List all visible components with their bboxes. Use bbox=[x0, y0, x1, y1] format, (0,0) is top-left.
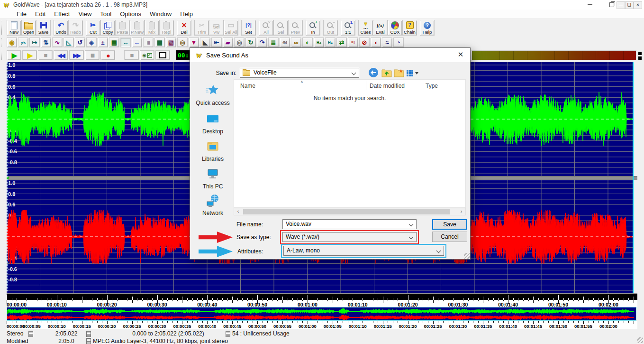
effect-button-offset[interactable]: ↦ bbox=[29, 37, 40, 47]
effect-button-dial-alert[interactable]: ◎! bbox=[280, 37, 290, 47]
menu-item-file[interactable]: File bbox=[12, 9, 31, 19]
toolbar-button-in[interactable]: +In bbox=[306, 20, 320, 36]
window-resize-grip[interactable] bbox=[637, 337, 643, 343]
toolbar-button-help[interactable]: ?Help bbox=[420, 20, 435, 36]
menu-item-options[interactable]: Options bbox=[116, 9, 145, 19]
effect-button-infinity[interactable]: ∞ bbox=[291, 37, 301, 47]
status-menu-icon[interactable] bbox=[28, 331, 33, 337]
dialog-close-icon[interactable]: ✕ bbox=[451, 48, 470, 62]
scroll-left-icon[interactable]: ‹ bbox=[234, 208, 242, 215]
status-menu-icon[interactable] bbox=[86, 338, 91, 344]
effect-button-dial[interactable]: ◎ bbox=[234, 37, 245, 47]
toolbar-button-out[interactable]: −Out bbox=[323, 20, 338, 36]
transport-fast-forward-button[interactable]: ▶▶ bbox=[69, 50, 84, 60]
effect-button-noise[interactable]: ≈ bbox=[382, 37, 392, 47]
save-in-combobox[interactable]: VoiceFile bbox=[240, 68, 359, 78]
sidebar-item-libraries[interactable]: Libraries bbox=[192, 140, 234, 162]
toolbar-button-paste[interactable]: Paste bbox=[115, 20, 130, 36]
transport-record-button[interactable]: ● bbox=[100, 50, 115, 60]
effect-button-hz-play[interactable]: Hz bbox=[314, 37, 324, 47]
transport-rewind-button[interactable]: ◀◀ bbox=[54, 50, 68, 60]
toolbar-button-repl[interactable]: Repl bbox=[159, 20, 174, 36]
sidebar-item-desktop[interactable]: Desktop bbox=[192, 112, 234, 135]
effect-button-pan[interactable]: ◐ bbox=[302, 37, 313, 47]
views-menu-button[interactable] bbox=[406, 69, 419, 79]
effect-button-corner[interactable]: ◣ bbox=[200, 37, 210, 47]
effect-button-swap[interactable]: ⇄ bbox=[336, 37, 347, 47]
toolbar-button-redo[interactable]: ↷Redo bbox=[68, 20, 83, 36]
toolbar-button-p-new[interactable]: P.New bbox=[130, 20, 145, 36]
transport-window-mode-button[interactable] bbox=[155, 50, 170, 60]
scrollbar-thumb[interactable] bbox=[243, 209, 450, 214]
file-name-combobox[interactable]: Voice.wav bbox=[282, 219, 417, 229]
effect-button-eq-sliders[interactable]: ||| bbox=[143, 37, 154, 47]
toolbar-button-undo[interactable]: ↶Undo bbox=[54, 20, 68, 36]
back-button[interactable] bbox=[368, 67, 379, 80]
toolbar-button-del[interactable]: ×Del bbox=[177, 20, 191, 36]
toolbar-button-sel-all[interactable]: ▭Sel All bbox=[224, 20, 238, 36]
toolbar-button-mix[interactable]: Mix bbox=[145, 20, 159, 36]
menu-item-effect[interactable]: Effect bbox=[50, 9, 74, 19]
mdi-close-button[interactable]: × bbox=[634, 1, 642, 9]
column-header-name[interactable]: Name bbox=[240, 83, 255, 89]
toolbar-gripper[interactable] bbox=[1, 38, 4, 47]
attributes-combobox[interactable]: A-Law, mono bbox=[283, 246, 444, 256]
toolbar-button-new[interactable]: New bbox=[7, 20, 21, 36]
toolbar-button-copy[interactable]: Copy bbox=[100, 20, 115, 36]
effect-button-ribbon[interactable]: ▰ bbox=[223, 37, 233, 47]
menu-item-tool[interactable]: Tool bbox=[96, 9, 116, 19]
column-divider[interactable] bbox=[366, 81, 366, 90]
effect-button-knob[interactable]: ◎ bbox=[177, 37, 188, 47]
save-button[interactable]: Save bbox=[432, 219, 467, 230]
effect-button-redo-curve[interactable]: ↷ bbox=[257, 37, 267, 47]
toolbar-button-sel[interactable]: Sel bbox=[273, 20, 288, 36]
scroll-right-icon[interactable]: › bbox=[457, 208, 465, 215]
toolbar-button-sel-vw[interactable]: ▭Sel Vw bbox=[209, 20, 224, 36]
effect-button-plus-minus[interactable]: ± bbox=[98, 37, 108, 47]
selection-end-marker[interactable] bbox=[633, 62, 634, 293]
menu-item-edit[interactable]: Edit bbox=[31, 9, 50, 19]
menu-item-view[interactable]: View bbox=[74, 9, 96, 19]
effect-button-gain-wheel[interactable]: ◉ bbox=[7, 37, 17, 47]
effect-button-left-limit[interactable]: ⇤ bbox=[211, 37, 222, 47]
toolbar-button-cut[interactable]: ✂Cut bbox=[86, 20, 100, 36]
effect-button-funnel[interactable]: ▼ bbox=[189, 37, 199, 47]
effect-button-mixer-grid[interactable]: ▤ bbox=[109, 37, 119, 47]
file-list[interactable]: Name ∧ Date modified Type No items match… bbox=[234, 79, 466, 208]
toolbar-button-open[interactable]: Open bbox=[21, 20, 36, 36]
new-folder-button[interactable] bbox=[394, 68, 404, 79]
effect-button-matrix-purple[interactable]: ▧ bbox=[166, 37, 176, 47]
effect-button-mute[interactable]: ⊘ bbox=[359, 37, 370, 47]
effect-button-back-arrow[interactable]: ← bbox=[132, 37, 142, 47]
toolbar-gripper[interactable] bbox=[1, 51, 4, 60]
transport-monitor-button[interactable]: ◉✓ bbox=[140, 50, 154, 60]
time-ruler-labels[interactable]: 00:00:0000:00:1000:00:2000:00:3000:00:40… bbox=[7, 300, 637, 307]
toolbar-button-1-1[interactable]: 11:1 bbox=[341, 20, 355, 36]
column-header-type[interactable]: Type bbox=[426, 83, 438, 89]
transport-play-green-button[interactable]: ▶ bbox=[7, 50, 21, 60]
cancel-button[interactable]: Cancel bbox=[432, 232, 467, 242]
overview-time-ruler[interactable]: 00:00:0000:00:0500:00:1000:00:1500:00:20… bbox=[7, 321, 637, 329]
mdi-restore-button[interactable]: ❏ bbox=[625, 1, 634, 9]
status-menu-icon[interactable] bbox=[86, 331, 91, 337]
toolbar-button-all[interactable]: ×All bbox=[259, 20, 273, 36]
effect-button-stretch[interactable]: ↔ bbox=[120, 37, 131, 47]
effect-button-mechanize[interactable]: ◈ bbox=[86, 37, 97, 47]
column-header-date-modified[interactable]: Date modified bbox=[370, 83, 405, 89]
effect-button-fade[interactable]: ◺ bbox=[63, 37, 74, 47]
mdi-minimize-button[interactable]: — bbox=[617, 1, 625, 9]
horizontal-scrollbar[interactable]: ‹ › bbox=[234, 208, 466, 215]
effect-button-shape-wave[interactable]: ∿ bbox=[52, 37, 63, 47]
overview-waveform[interactable] bbox=[7, 307, 636, 321]
dialog-resize-grip[interactable] bbox=[464, 253, 470, 259]
menu-item-window[interactable]: Window bbox=[145, 9, 176, 19]
effect-button-loop[interactable]: ↻ bbox=[245, 37, 256, 47]
effect-button-invert[interactable]: ↺ bbox=[75, 37, 85, 47]
save-as-type-combobox[interactable]: Wave (*.wav) bbox=[282, 232, 417, 242]
toolbar-button-prev[interactable]: ←Prev bbox=[288, 20, 303, 36]
transport-play-yellow-button[interactable]: ▶ bbox=[22, 50, 37, 60]
menu-item-help[interactable]: Help bbox=[176, 9, 197, 19]
status-menu-icon[interactable] bbox=[226, 331, 230, 337]
effect-button-maximize[interactable]: ⇅ bbox=[41, 37, 51, 47]
toolbar-gripper[interactable] bbox=[1, 21, 4, 35]
